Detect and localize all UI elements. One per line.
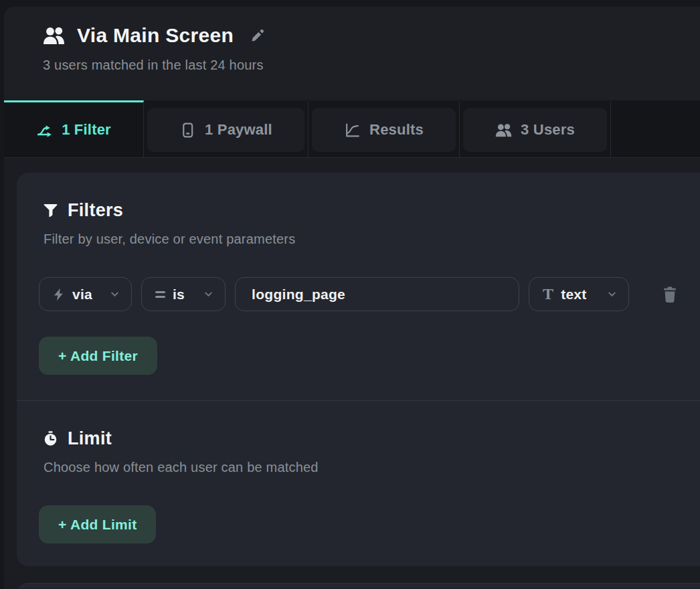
tab-results-label: Results (369, 121, 424, 139)
stopwatch-icon (43, 431, 58, 446)
audience-card: Filters Filter by user, device or event … (17, 173, 700, 566)
tab-filter-label: 1 Filter (62, 121, 111, 139)
chevron-down-icon (203, 288, 214, 300)
edit-title-button[interactable] (248, 26, 267, 45)
chevron-down-icon (606, 288, 618, 300)
trash-icon (662, 286, 678, 303)
add-filter-button[interactable]: + Add Filter (39, 337, 157, 375)
tab-filter[interactable]: 1 Filter (4, 100, 144, 157)
tab-bar: 1 Filter 1 Paywall Results (4, 100, 700, 158)
tab-bar-spacer (611, 100, 700, 157)
chevron-down-icon (109, 288, 120, 300)
filters-section: Filters Filter by user, device or event … (17, 173, 700, 375)
filter-value-input[interactable] (235, 277, 519, 311)
filter-type-dropdown[interactable]: T text (529, 277, 629, 311)
audience-header: Via Main Screen 3 users matched in the l… (4, 7, 700, 100)
phone-icon (179, 122, 196, 139)
tab-paywall-label: 1 Paywall (205, 121, 272, 139)
split-arrows-icon (36, 122, 53, 139)
add-limit-button[interactable]: + Add Limit (39, 505, 156, 543)
lightning-icon (53, 288, 65, 301)
delete-filter-button[interactable] (656, 280, 684, 309)
pencil-icon (250, 27, 266, 44)
users-icon (495, 122, 512, 139)
filter-operator-dropdown[interactable]: is (141, 277, 226, 311)
limit-section: Limit Choose how often each user can be … (17, 401, 700, 543)
page-title: Via Main Screen (77, 24, 234, 47)
match-summary: 3 users matched in the last 24 hours (43, 58, 700, 73)
audience-content: Filters Filter by user, device or event … (4, 158, 700, 588)
filter-row: via is T te (39, 277, 691, 311)
line-chart-icon (344, 122, 361, 139)
limit-title: Limit (68, 428, 112, 449)
filter-property-value: via (72, 286, 92, 303)
audience-editor-panel: Via Main Screen 3 users matched in the l… (4, 7, 700, 589)
tab-users-label: 3 Users (521, 121, 575, 139)
tab-users[interactable]: 3 Users (460, 100, 611, 157)
funnel-icon (43, 203, 58, 218)
equals-icon (155, 291, 165, 298)
limit-subtitle: Choose how often each user can be matche… (43, 458, 691, 476)
filters-title: Filters (68, 200, 123, 221)
next-card-edge (17, 583, 700, 588)
filter-type-value: text (561, 286, 586, 303)
filters-subtitle: Filter by user, device or event paramete… (43, 230, 691, 248)
filter-property-dropdown[interactable]: via (39, 277, 132, 311)
tab-results[interactable]: Results (309, 100, 460, 157)
users-icon (43, 26, 65, 45)
tab-paywall[interactable]: 1 Paywall (144, 100, 309, 157)
filter-operator-value: is (173, 286, 185, 303)
text-type-icon: T (543, 286, 553, 302)
